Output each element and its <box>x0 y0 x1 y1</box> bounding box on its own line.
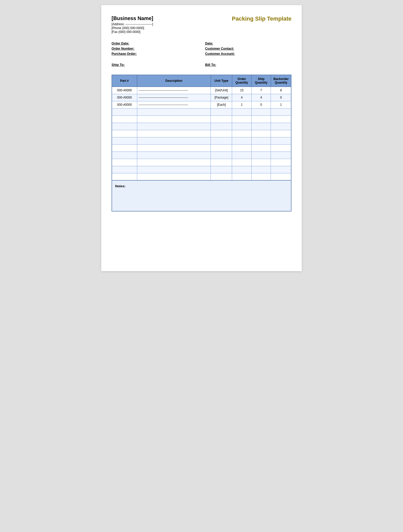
cell-row7-col2 <box>211 137 232 144</box>
cell-row6-col2 <box>211 130 232 137</box>
cell-row5-col4 <box>251 123 271 130</box>
col-header-backorder-qty: Backorder Quantity <box>271 75 291 87</box>
cell-row10-col0 <box>112 159 137 166</box>
ship-bill-section: Ship To: Bill To: <box>112 62 291 67</box>
address: [Address: --------------------------] <box>112 22 153 26</box>
cell-row7-col1 <box>137 137 211 144</box>
table-header-row: Part # Description Unit Type Order Quant… <box>112 75 291 87</box>
cell-row8-col2 <box>211 144 232 152</box>
cell-row2-col3: 1 <box>232 101 251 108</box>
cell-row2-col5: 1 <box>271 101 291 108</box>
cell-row11-col1 <box>137 166 211 173</box>
cell-row5-col3 <box>232 123 251 130</box>
cell-row8-col4 <box>251 144 271 152</box>
col-header-description: Description <box>137 75 211 87</box>
purchase-order-row: Purchase Order: <box>112 52 198 56</box>
cell-row4-col0 <box>112 116 137 123</box>
cell-row6-col5 <box>271 130 291 137</box>
cell-row11-col5 <box>271 166 291 173</box>
col-header-unit-type: Unit Type <box>211 75 232 87</box>
cell-row3-col3 <box>232 108 251 116</box>
cell-row11-col3 <box>232 166 251 173</box>
cell-row6-col3 <box>232 130 251 137</box>
cell-row4-col4 <box>251 116 271 123</box>
cell-row8-col3 <box>232 144 251 152</box>
cell-row12-col4 <box>251 173 271 180</box>
cell-row3-col1 <box>137 108 211 116</box>
cell-row0-col2: [Set/Unit] <box>211 87 232 94</box>
cell-row6-col0 <box>112 130 137 137</box>
cell-row1-col5: 0 <box>271 94 291 101</box>
cell-row8-col0 <box>112 144 137 152</box>
notes-section: Notes: <box>112 181 291 211</box>
table-row <box>112 159 291 166</box>
table-row <box>112 173 291 180</box>
fax: [Fax (000) 000-0000] <box>112 30 153 34</box>
cell-row3-col2 <box>211 108 232 116</box>
order-number-label: Order Number: <box>112 47 134 50</box>
cell-row5-col5 <box>271 123 291 130</box>
table-row: 000-#0000-------------------------------… <box>112 94 291 101</box>
cell-row5-col1 <box>137 123 211 130</box>
table-row <box>112 108 291 116</box>
cell-row9-col1 <box>137 152 211 159</box>
bill-to-block: Bill To: <box>205 62 291 67</box>
cell-row9-col4 <box>251 152 271 159</box>
table-row <box>112 152 291 159</box>
table-row <box>112 123 291 130</box>
table-row: 000-#0000-------------------------------… <box>112 101 291 108</box>
cell-row2-col0: 000-#0000 <box>112 101 137 108</box>
cell-row10-col4 <box>251 159 271 166</box>
business-info: [Business Name] [Address: --------------… <box>112 15 153 34</box>
col-header-part: Part # <box>112 75 137 87</box>
cell-row4-col1 <box>137 116 211 123</box>
table-row <box>112 130 291 137</box>
cell-row7-col5 <box>271 137 291 144</box>
cell-row12-col2 <box>211 173 232 180</box>
date-row: Date: <box>205 42 291 45</box>
cell-row2-col1: ----------------------------------------… <box>137 101 211 108</box>
notes-label: Notes: <box>115 184 125 188</box>
col-header-order-qty: Order Quantity <box>232 75 251 87</box>
order-date-row: Order Date: <box>112 42 198 45</box>
date-label: Date: <box>205 42 213 45</box>
col-header-ship-qty: Ship Quantity <box>251 75 271 87</box>
cell-row7-col4 <box>251 137 271 144</box>
cell-row12-col1 <box>137 173 211 180</box>
cell-row12-col3 <box>232 173 251 180</box>
info-left: Order Date: Order Number: Purchase Order… <box>112 42 198 57</box>
order-date-label: Order Date: <box>112 42 129 45</box>
cell-row0-col1: ----------------------------------------… <box>137 87 211 94</box>
cell-row7-col3 <box>232 137 251 144</box>
purchase-order-label: Purchase Order: <box>112 52 137 56</box>
phone: [Phone (000) 000-0000] <box>112 26 153 30</box>
cell-row11-col0 <box>112 166 137 173</box>
cell-row12-col5 <box>271 173 291 180</box>
info-section: Order Date: Order Number: Purchase Order… <box>112 42 291 57</box>
cell-row1-col4: 4 <box>251 94 271 101</box>
customer-contact-label: Customer Contact: <box>205 47 234 50</box>
cell-row5-col2 <box>211 123 232 130</box>
data-table: Part # Description Unit Type Order Quant… <box>112 75 291 181</box>
table-row <box>112 166 291 173</box>
cell-row8-col1 <box>137 144 211 152</box>
cell-row1-col2: [Package] <box>211 94 232 101</box>
cell-row6-col1 <box>137 130 211 137</box>
cell-row4-col3 <box>232 116 251 123</box>
cell-row10-col1 <box>137 159 211 166</box>
cell-row3-col4 <box>251 108 271 116</box>
cell-row0-col4: 7 <box>251 87 271 94</box>
cell-row10-col5 <box>271 159 291 166</box>
table-row <box>112 137 291 144</box>
cell-row4-col2 <box>211 116 232 123</box>
cell-row9-col5 <box>271 152 291 159</box>
customer-contact-row: Customer Contact: <box>205 47 291 50</box>
table-row: 000-#0000-------------------------------… <box>112 87 291 94</box>
bill-to-label: Bill To: <box>205 63 216 67</box>
page: [Business Name] [Address: --------------… <box>101 5 302 271</box>
cell-row12-col0 <box>112 173 137 180</box>
cell-row3-col5 <box>271 108 291 116</box>
cell-row6-col4 <box>251 130 271 137</box>
cell-row8-col5 <box>271 144 291 152</box>
cell-row4-col5 <box>271 116 291 123</box>
